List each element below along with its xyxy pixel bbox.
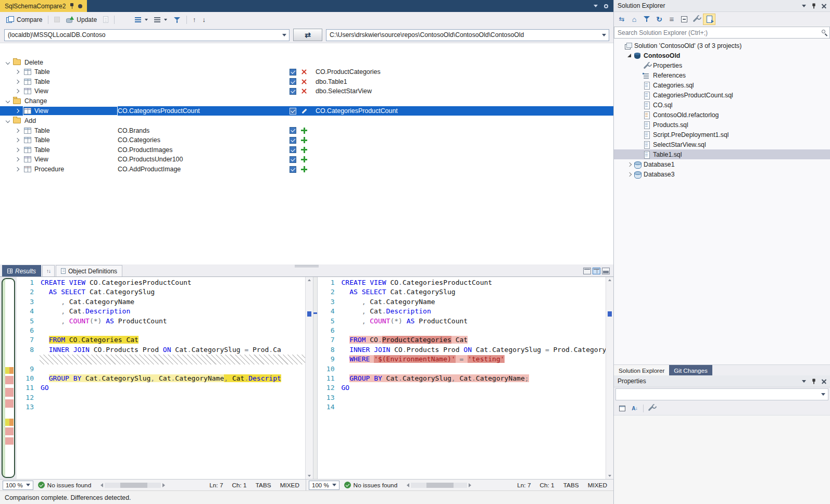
diff-pane-divider[interactable] (313, 277, 318, 479)
row-expander-icon[interactable] (15, 148, 19, 152)
sort-results-button[interactable] (42, 265, 55, 276)
include-checkbox[interactable] (290, 156, 296, 163)
previous-difference-button[interactable] (190, 14, 199, 25)
expander-icon[interactable] (625, 163, 633, 166)
tree-item-contosoold[interactable]: ContosoOld (614, 51, 830, 60)
target-definition-editor[interactable]: 1CREATE VIEW CO.CategoriesProductCount2 … (318, 277, 614, 479)
property-pages-icon[interactable] (646, 403, 658, 413)
alphabetical-icon[interactable] (629, 403, 640, 413)
row-expander-icon[interactable] (15, 80, 19, 84)
tab-git-changes[interactable]: Git Changes (669, 365, 712, 375)
include-checkbox[interactable] (290, 88, 296, 95)
scroll-track[interactable] (411, 483, 467, 488)
group-expander-icon[interactable] (6, 60, 10, 64)
scroll-thumb[interactable] (120, 483, 147, 488)
tree-item-properties[interactable]: Properties (614, 60, 830, 70)
results-layout-bottom-icon[interactable] (602, 268, 610, 274)
right-horizontal-scrollbar[interactable] (407, 483, 471, 488)
row-expander-icon[interactable] (15, 128, 19, 132)
row-expander-icon[interactable] (15, 138, 19, 142)
close-icon[interactable] (822, 4, 826, 8)
auto-hide-pin-icon[interactable] (812, 378, 816, 384)
nest-objects-icon[interactable] (666, 14, 677, 24)
row-expander-icon[interactable] (15, 157, 19, 161)
scroll-left-icon[interactable] (407, 483, 409, 487)
pending-filter-icon[interactable] (641, 14, 652, 24)
source-connection-dropdown[interactable]: (localdb)\MSSQLLocalDB.Contoso (4, 29, 290, 41)
tab-list-chevron-icon[interactable] (594, 5, 598, 7)
options-button[interactable] (118, 14, 131, 26)
compare-row[interactable]: Tabledbo.Table1 (0, 77, 613, 87)
left-zoom-dropdown[interactable]: 100 % (3, 481, 33, 490)
pane-splitter-grip[interactable] (295, 265, 319, 268)
tree-item-table1-sql[interactable]: Table1.sql (614, 149, 830, 159)
close-icon[interactable] (822, 379, 826, 384)
results-layout-single-icon[interactable] (583, 268, 591, 274)
auto-hide-pin-icon[interactable] (812, 3, 816, 9)
update-button[interactable]: Update (64, 15, 99, 25)
left-horizontal-scrollbar[interactable] (100, 483, 165, 488)
document-well-gear-icon[interactable] (604, 4, 608, 8)
compare-button[interactable]: Compare (4, 15, 45, 25)
tree-item-categories-sql[interactable]: Categories.sql (614, 80, 830, 90)
filter-results-button[interactable] (152, 16, 170, 24)
compare-row[interactable]: ProcedureCO.AddProductImage (0, 165, 613, 174)
scroll-right-icon[interactable] (162, 483, 165, 487)
pin-icon[interactable] (69, 3, 74, 9)
expander-icon[interactable] (625, 54, 633, 57)
tree-item-script-predeployment1-sql[interactable]: Script.PreDeployment1.sql (614, 130, 830, 140)
target-code-area[interactable]: 1CREATE VIEW CO.CategoriesProductCount2 … (318, 277, 606, 479)
switch-direction-button[interactable]: ⇄ (293, 29, 322, 41)
target-connection-dropdown[interactable]: C:\Users\drskwier\source\repos\ContosoOl… (326, 29, 609, 41)
manage-filters-button[interactable] (171, 15, 183, 24)
search-icon[interactable] (822, 30, 825, 33)
compare-row[interactable]: TableCO.Brands (0, 125, 613, 135)
properties-wrench-icon[interactable] (691, 14, 702, 24)
tree-item-solution-contosoold-3-of-3-projects[interactable]: Solution 'ContosoOld' (3 of 3 projects) (614, 41, 830, 51)
tab-results[interactable]: Results (2, 265, 41, 276)
group-row-change[interactable]: Change (0, 96, 613, 106)
target-dropdown-button[interactable] (599, 30, 609, 41)
left-editor-vertical-scrollbar[interactable] (305, 277, 313, 479)
row-expander-icon[interactable] (15, 89, 19, 93)
compare-row[interactable]: Viewdbo.SelectStarView (0, 86, 613, 96)
categorized-icon[interactable] (617, 403, 628, 413)
include-checkbox[interactable] (290, 166, 296, 173)
include-checkbox[interactable] (290, 137, 296, 144)
compare-row[interactable]: ViewCO.ProductsUnder100 (0, 155, 613, 165)
group-results-button[interactable] (132, 16, 150, 24)
tree-item-database1[interactable]: Database1 (614, 159, 830, 169)
compare-row[interactable]: TableCO.ProductCategories (0, 67, 613, 77)
tree-item-selectstarview-sql[interactable]: SelectStarView.sql (614, 140, 830, 149)
refresh-icon[interactable] (653, 14, 665, 24)
include-checkbox[interactable] (290, 78, 296, 85)
group-row-add[interactable]: Add (0, 116, 613, 125)
right-zoom-dropdown[interactable]: 100 % (309, 481, 339, 490)
include-checkbox[interactable] (290, 146, 296, 153)
scroll-right-icon[interactable] (469, 483, 471, 487)
window-position-chevron-icon[interactable] (802, 5, 806, 7)
stop-button[interactable] (52, 15, 62, 24)
compare-row[interactable]: ViewCO.CategoriesProductCountCO.Categori… (0, 106, 613, 116)
source-definition-editor[interactable]: 1CREATE VIEW CO.CategoriesProductCount2 … (17, 277, 313, 479)
diff-overview-spine[interactable] (2, 278, 15, 478)
tab-solution-explorer[interactable]: Solution Explorer (614, 365, 669, 375)
expander-icon[interactable] (625, 173, 633, 176)
properties-object-dropdown[interactable] (615, 388, 828, 400)
source-dropdown-button[interactable] (280, 30, 289, 41)
tree-item-references[interactable]: References (614, 70, 830, 80)
include-checkbox[interactable] (290, 108, 296, 115)
compare-row[interactable]: TableCO.Categories (0, 135, 613, 145)
row-expander-icon[interactable] (15, 70, 19, 74)
window-position-chevron-icon[interactable] (802, 380, 806, 383)
tree-item-categoriesproductcount-sql[interactable]: CategoriesProductCount.sql (614, 90, 830, 100)
tree-item-products-sql[interactable]: Products.sql (614, 120, 830, 130)
right-editor-vertical-scrollbar[interactable] (606, 277, 613, 479)
results-layout-split-icon[interactable] (593, 268, 600, 274)
next-difference-button[interactable] (200, 14, 209, 25)
compare-row[interactable]: TableCO.ProductImages (0, 145, 613, 155)
group-row-delete[interactable]: Delete (0, 57, 613, 67)
tree-item-contosoold-refactorlog[interactable]: ContosoOld.refactorlog (614, 110, 830, 120)
scroll-track[interactable] (105, 483, 161, 488)
include-checkbox[interactable] (290, 69, 296, 75)
